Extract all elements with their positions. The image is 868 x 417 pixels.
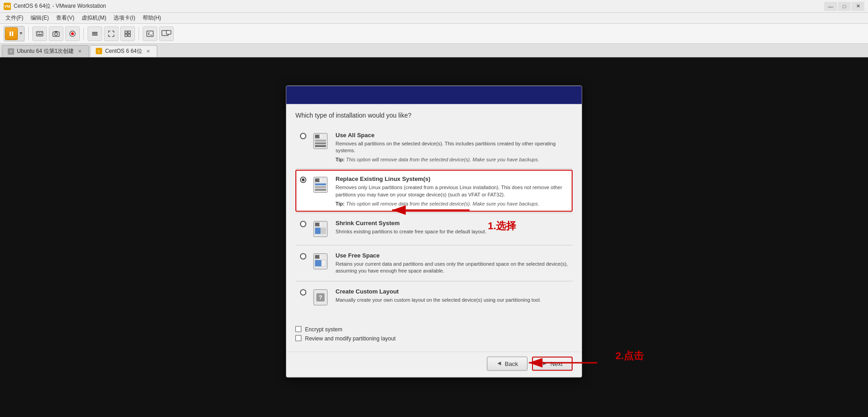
svg-rect-28 xyxy=(315,142,326,144)
record-button[interactable] xyxy=(65,26,80,41)
next-button[interactable]: Next xyxy=(532,356,573,371)
divider-2 xyxy=(295,213,573,213)
fullscreen-icon xyxy=(108,30,115,37)
vm-settings-button[interactable] xyxy=(88,26,102,41)
console-button[interactable] xyxy=(143,26,157,41)
svg-marker-49 xyxy=(497,362,501,366)
menu-edit[interactable]: 编辑(E) xyxy=(27,13,52,23)
svg-rect-33 xyxy=(315,184,326,185)
option-content-4: Use Free Space Retains your current data… xyxy=(336,252,568,275)
svg-marker-2 xyxy=(20,32,22,35)
tabbar: U Ubuntu 64 位第1次创建 ✕ C CentOS 6 64位 ✕ xyxy=(0,44,868,57)
minimize-button[interactable]: — xyxy=(824,2,837,11)
icon-shrink: OS xyxy=(311,220,330,239)
snapshot-button[interactable] xyxy=(49,26,63,41)
svg-marker-50 xyxy=(543,362,547,366)
back-icon xyxy=(496,361,502,366)
centos-icon: C xyxy=(96,48,102,54)
installer-question: Which type of installation would you lik… xyxy=(295,111,573,118)
unity-button[interactable] xyxy=(120,26,135,41)
checkbox-row-review: Review and modify partitioning layout xyxy=(295,335,573,341)
svg-rect-5 xyxy=(39,32,40,33)
option-title-4: Use Free Space xyxy=(336,252,568,259)
menu-view[interactable]: 查看(V) xyxy=(52,13,78,23)
svg-rect-6 xyxy=(41,32,42,33)
icon-use-all-space: OS xyxy=(311,131,330,150)
window-controls: — □ ✕ xyxy=(824,2,864,11)
svg-point-12 xyxy=(71,32,74,35)
menu-vm[interactable]: 虚拟机(M) xyxy=(78,13,110,23)
keyboard-icon xyxy=(36,30,43,37)
svg-rect-4 xyxy=(37,32,38,33)
fullscreen-button[interactable] xyxy=(104,26,119,41)
svg-rect-16 xyxy=(125,31,127,33)
radio-custom-layout[interactable] xyxy=(300,289,306,295)
menu-file[interactable]: 文件(F) xyxy=(2,13,27,23)
icon-free-space: OS xyxy=(311,252,330,271)
radio-use-all-space[interactable] xyxy=(300,133,306,139)
tab-ubuntu-label: Ubuntu 64 位第1次创建 xyxy=(17,47,74,55)
svg-rect-19 xyxy=(128,34,130,36)
svg-rect-29 xyxy=(315,145,326,147)
svg-rect-40 xyxy=(320,228,326,234)
checkbox-review-label: Review and modify partitioning layout xyxy=(305,335,396,341)
pause-button[interactable] xyxy=(5,27,18,40)
svg-rect-20 xyxy=(147,31,153,36)
display-button[interactable] xyxy=(159,26,174,41)
option-content-2: Replace Existing Linux System(s) Removes… xyxy=(336,175,568,206)
app-icon: VM xyxy=(4,3,11,10)
svg-rect-1 xyxy=(12,31,13,36)
disk-icon-5: ? xyxy=(312,288,329,306)
buttons-row: Back Next xyxy=(286,351,582,377)
titlebar: VM CentOS 6 64位 - VMware Workstation — □… xyxy=(0,0,868,13)
radio-replace-linux[interactable] xyxy=(300,177,306,183)
disk-icon-4: OS xyxy=(312,253,329,270)
console-icon xyxy=(146,30,154,37)
option-desc-5: Manually create your own custom layout o… xyxy=(336,296,568,303)
option-custom-layout[interactable]: ? Create Custom Layout Manually create y… xyxy=(295,282,573,312)
divider-1 xyxy=(295,169,573,169)
svg-text:OS: OS xyxy=(319,223,322,226)
svg-rect-14 xyxy=(92,33,98,34)
option-desc-3: Shrinks existing partitions to create fr… xyxy=(336,228,568,235)
tab-centos-close[interactable]: ✕ xyxy=(145,48,151,54)
tab-centos[interactable]: C CentOS 6 64位 ✕ xyxy=(90,45,157,57)
separator-3 xyxy=(139,27,139,40)
svg-rect-39 xyxy=(315,228,320,234)
svg-rect-3 xyxy=(36,31,43,36)
radio-shrink[interactable] xyxy=(300,221,306,227)
maximize-button[interactable]: □ xyxy=(838,2,851,11)
send-key-button[interactable] xyxy=(32,26,47,41)
installer-header xyxy=(286,86,582,104)
camera-icon xyxy=(52,30,60,37)
svg-rect-7 xyxy=(37,34,42,35)
checkbox-encrypt-label: Encrypt system xyxy=(305,326,342,332)
installer-footer: Encrypt system Review and modify partiti… xyxy=(286,320,582,351)
option-free-space[interactable]: OS Use Free Space Retains your current d… xyxy=(295,247,573,280)
checkbox-encrypt[interactable] xyxy=(295,326,301,332)
menu-tabs[interactable]: 选项卡(I) xyxy=(110,13,139,23)
svg-rect-0 xyxy=(10,31,11,36)
close-button[interactable]: ✕ xyxy=(852,2,864,11)
option-use-all-space[interactable]: OS Use All Space Removes all partitions … xyxy=(295,126,573,168)
separator-1 xyxy=(28,27,29,40)
radio-free-space[interactable] xyxy=(300,253,306,260)
svg-rect-15 xyxy=(92,35,98,36)
toolbar xyxy=(0,24,868,44)
installer-body: Which type of installation would you lik… xyxy=(286,104,582,320)
menubar: 文件(F) 编辑(E) 查看(V) 虚拟机(M) 选项卡(I) 帮助(H) xyxy=(0,13,868,24)
back-button[interactable]: Back xyxy=(487,356,527,371)
option-title-5: Create Custom Layout xyxy=(336,288,568,294)
svg-text:?: ? xyxy=(319,294,322,300)
menu-help[interactable]: 帮助(H) xyxy=(139,13,165,23)
option-desc-4: Retains your current data and partitions… xyxy=(336,261,568,275)
disk-icon-1: OS xyxy=(312,132,329,149)
ubuntu-icon: U xyxy=(8,48,14,55)
tab-centos-label: CentOS 6 64位 xyxy=(105,47,142,55)
option-shrink[interactable]: OS Shrink Current System Shrinks existin… xyxy=(295,214,573,244)
checkbox-review[interactable] xyxy=(295,335,301,341)
checkbox-row-encrypt: Encrypt system xyxy=(295,326,573,332)
tab-ubuntu-close[interactable]: ✕ xyxy=(77,48,83,55)
option-replace-linux[interactable]: OS Replace Existing Linux System(s) Remo… xyxy=(295,170,573,212)
tab-ubuntu[interactable]: U Ubuntu 64 位第1次创建 ✕ xyxy=(2,45,89,57)
